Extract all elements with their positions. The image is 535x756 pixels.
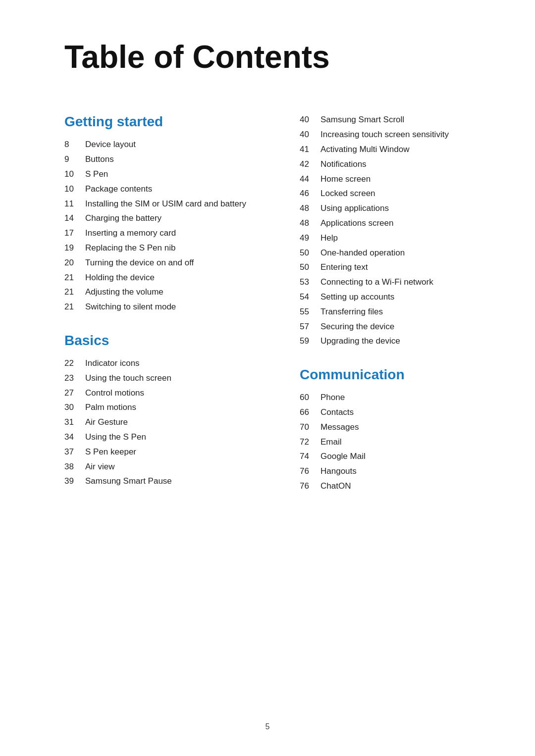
list-item: 72 Email — [300, 436, 485, 448]
list-item: 22 Indicator icons — [64, 357, 250, 369]
entry-text: Palm motions — [85, 402, 136, 413]
page-num: 21 — [64, 272, 85, 284]
entry-text: Installing the SIM or USIM card and batt… — [85, 198, 246, 210]
footer-page-number: 5 — [266, 722, 270, 731]
entry-text: Indicator icons — [85, 357, 140, 369]
page-num: 9 — [64, 153, 85, 165]
entry-text: Samsung Smart Pause — [85, 475, 172, 487]
entry-text: Home screen — [321, 173, 371, 185]
entry-text: Inserting a memory card — [85, 227, 176, 239]
entry-text: Charging the battery — [85, 212, 161, 224]
page-num: 57 — [300, 321, 321, 333]
page-num: 10 — [64, 183, 85, 195]
page-num: 46 — [300, 188, 321, 200]
list-item: 46 Locked screen — [300, 188, 485, 200]
page-num: 40 — [300, 129, 321, 141]
entry-text: S Pen keeper — [85, 446, 136, 458]
list-item: 10 Package contents — [64, 183, 250, 195]
entry-text: One-handed operation — [321, 247, 405, 259]
page-num: 66 — [300, 406, 321, 418]
list-item: 57 Securing the device — [300, 321, 485, 333]
list-item: 59 Upgrading the device — [300, 335, 485, 347]
page-num: 40 — [300, 114, 321, 126]
right-column: 40 Samsung Smart Scroll 40 Increasing to… — [290, 109, 485, 511]
list-item: 42 Notifications — [300, 158, 485, 170]
page-num: 54 — [300, 291, 321, 303]
entry-text: Notifications — [321, 158, 367, 170]
page-num: 31 — [64, 416, 85, 428]
entry-text: Package contents — [85, 183, 152, 195]
page-num: 72 — [300, 436, 321, 448]
list-item: 38 Air view — [64, 461, 250, 473]
page-num: 60 — [300, 392, 321, 403]
entry-text: Transferring files — [321, 306, 383, 318]
entry-text: Samsung Smart Scroll — [321, 114, 404, 126]
page-num: 19 — [64, 242, 85, 254]
page-num: 74 — [300, 451, 321, 462]
entry-text: Using the touch screen — [85, 372, 171, 384]
list-item: 11 Installing the SIM or USIM card and b… — [64, 198, 250, 210]
list-item: 76 ChatON — [300, 480, 485, 492]
entry-text: Applications screen — [321, 217, 393, 229]
entry-text: Switching to silent mode — [85, 301, 176, 313]
list-item: 70 Messages — [300, 421, 485, 433]
entry-text: Contacts — [321, 406, 354, 418]
list-item: 54 Setting up accounts — [300, 291, 485, 303]
page-num: 48 — [300, 202, 321, 214]
page-num: 14 — [64, 212, 85, 224]
entry-text: Help — [321, 232, 338, 244]
entry-text: Control motions — [85, 387, 144, 399]
list-item: 21 Switching to silent mode — [64, 301, 250, 313]
list-item: 66 Contacts — [300, 406, 485, 418]
page-num: 42 — [300, 158, 321, 170]
entry-text: Air Gesture — [85, 416, 128, 428]
entry-text: Device layout — [85, 139, 136, 151]
toc-two-column: Getting started 8 Device layout 9 Button… — [64, 109, 485, 511]
entry-text: S Pen — [85, 168, 108, 180]
entry-text: Messages — [321, 421, 359, 433]
list-item: 40 Increasing touch screen sensitivity — [300, 129, 485, 141]
entry-text: Locked screen — [321, 188, 375, 200]
basics-continued-list: 40 Samsung Smart Scroll 40 Increasing to… — [300, 114, 485, 347]
list-item: 20 Turning the device on and off — [64, 257, 250, 269]
entry-text: Using applications — [321, 202, 389, 214]
section-title-basics: Basics — [64, 333, 250, 349]
entry-text: Google Mail — [321, 451, 366, 462]
page-num: 76 — [300, 480, 321, 492]
page-num: 38 — [64, 461, 85, 473]
page-num: 53 — [300, 276, 321, 288]
entry-text: Adjusting the volume — [85, 286, 163, 298]
list-item: 40 Samsung Smart Scroll — [300, 114, 485, 126]
entry-text: Increasing touch screen sensitivity — [321, 129, 449, 141]
entry-text: Replacing the S Pen nib — [85, 242, 175, 254]
list-item: 37 S Pen keeper — [64, 446, 250, 458]
page-num: 8 — [64, 139, 85, 151]
list-item: 14 Charging the battery — [64, 212, 250, 224]
entry-text: Phone — [321, 392, 345, 403]
list-item: 31 Air Gesture — [64, 416, 250, 428]
page-num: 23 — [64, 372, 85, 384]
list-item: 17 Inserting a memory card — [64, 227, 250, 239]
entry-text: Buttons — [85, 153, 114, 165]
getting-started-list: 8 Device layout 9 Buttons 10 S Pen 10 Pa… — [64, 139, 250, 313]
list-item: 21 Adjusting the volume — [64, 286, 250, 298]
page-footer: 5 — [0, 722, 535, 731]
entry-text: Connecting to a Wi-Fi network — [321, 276, 433, 288]
list-item: 41 Activating Multi Window — [300, 144, 485, 155]
entry-text: Holding the device — [85, 272, 155, 284]
list-item: 60 Phone — [300, 392, 485, 403]
entry-text: Air view — [85, 461, 115, 473]
entry-text: Setting up accounts — [321, 291, 394, 303]
left-column: Getting started 8 Device layout 9 Button… — [64, 109, 260, 511]
page-num: 59 — [300, 335, 321, 347]
list-item: 10 S Pen — [64, 168, 250, 180]
list-item: 30 Palm motions — [64, 402, 250, 413]
list-item: 76 Hangouts — [300, 465, 485, 477]
page-num: 17 — [64, 227, 85, 239]
list-item: 34 Using the S Pen — [64, 431, 250, 443]
page-num: 10 — [64, 168, 85, 180]
basics-list: 22 Indicator icons 23 Using the touch sc… — [64, 357, 250, 487]
list-item: 48 Applications screen — [300, 217, 485, 229]
page-num: 34 — [64, 431, 85, 443]
communication-list: 60 Phone 66 Contacts 70 Messages 72 Emai… — [300, 392, 485, 492]
